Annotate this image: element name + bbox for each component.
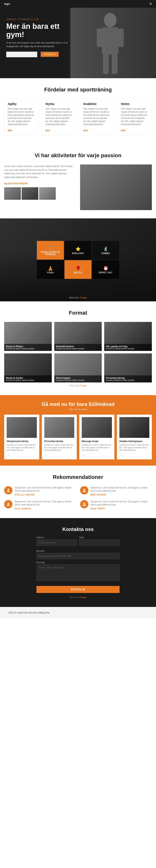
address-input[interactable]	[36, 539, 77, 546]
class-icon-3: 🧘	[48, 266, 53, 271]
join-card-title-0: Obegränsad träning	[7, 440, 37, 442]
class-card-2[interactable]: 🕺 ZUMBA	[92, 241, 119, 260]
benefit-link-2[interactable]: MER	[83, 129, 88, 132]
format-card-1[interactable]: Styrka/Evolution Ut anim et dolore minim…	[54, 322, 102, 351]
class-card-4[interactable]: 🥊 BAXTO	[64, 260, 92, 279]
submit-button[interactable]: SKICKA IN	[36, 586, 120, 593]
join-card-text-1: Sample text. Click to select the text bo…	[44, 444, 75, 452]
join-card-title-3: Snabba träningspass	[120, 440, 150, 442]
message-input[interactable]	[36, 564, 120, 581]
join-card-0: Obegränsad träning Sample text. Click to…	[4, 414, 39, 459]
class-card-0[interactable]: 🏋️ REGELBUNDLIG TRÄNING	[37, 241, 64, 260]
join-card-1: Personlig träning Sample text. Click to …	[42, 414, 77, 459]
form-row-1: Address State	[36, 536, 120, 548]
message-label: Message	[36, 561, 120, 563]
classes-container: 🏋️ REGELBUNDLIG TRÄNING ⭐ EXKLUSIV 🕺 ZUM…	[0, 218, 156, 301]
join-image-1	[44, 417, 75, 438]
benefit-text-2: Sem integer vius justo agit magna fermen…	[83, 107, 111, 126]
hero-outline-button[interactable]: SÅ HÄR FUNGERAR DET	[6, 52, 37, 57]
svg-rect-3	[119, 28, 124, 47]
hero-buttons: SÅ HÄR FUNGERAR DET GÅ MED NU	[6, 52, 69, 57]
hero-title: Mer än bara ett gym!	[6, 22, 69, 38]
rec-name-3: MIKE PERRY	[90, 507, 152, 510]
contact-caption-link[interactable]: Freepik	[80, 596, 86, 598]
format-label-3: Styrka & Cardio Ut anim et dolore minim …	[4, 375, 52, 382]
benefit-title-1: Styrka	[46, 102, 73, 105]
format-label-4: Hela kroppen Ut anim et dolore minim ven…	[54, 375, 102, 382]
classes-section: 🏋️ REGELBUNDLIG TRÄNING ⭐ EXKLUSIV 🕺 ZUM…	[0, 218, 156, 301]
hero-photo	[73, 8, 148, 78]
rec-item-0: Sample text. Click to select the text bo…	[4, 486, 76, 496]
hero-fill-button[interactable]: GÅ MED NU	[41, 52, 59, 57]
svg-point-6	[7, 489, 9, 490]
rec-item-1: Sample text. Click to select the text bo…	[80, 486, 152, 496]
join-arrow-3[interactable]: →	[120, 454, 122, 457]
form-group-phone: Medarge	[36, 550, 120, 559]
benefit-text-3: Sem integer vius justo agit magna fermen…	[121, 107, 149, 126]
rec-item-2: Sample text. Click to select the text bo…	[4, 500, 76, 510]
activities-text: Lorem ipsum dolor sit amet, consectetur …	[4, 164, 76, 179]
benefits-section: Fördelar med sportträning Agility Sem in…	[0, 78, 156, 144]
format-card-4[interactable]: Hela kroppen Ut anim et dolore minim ven…	[54, 353, 102, 382]
rec-avatar-2	[4, 500, 12, 508]
nav-menu-icon[interactable]: ≡	[150, 2, 152, 6]
format-caption: Bilder från Freepik	[4, 384, 152, 387]
format-caption-text: Bilder från	[70, 384, 79, 387]
format-caption-link[interactable]: Freepik	[80, 384, 86, 387]
class-label-4: BAXTO	[74, 271, 82, 274]
activity-main-image	[80, 164, 152, 210]
recommendations-section: Rekommendationer Sample text. Click to s…	[0, 466, 156, 518]
hero-content: CROSS FITNESS CLUB Mer än bara ett gym! …	[6, 18, 69, 57]
join-image-0	[7, 417, 37, 438]
nav-logo[interactable]: logo	[4, 2, 10, 5]
format-card-0[interactable]: Styrka & Pilates Ut anim et dolore minim…	[4, 322, 52, 351]
join-arrow-1[interactable]: →	[44, 454, 47, 457]
benefits-grid: Agility Sem integer vius justo agit magn…	[4, 99, 152, 136]
benefit-link-1[interactable]: MER	[46, 129, 50, 132]
format-image-3: Styrka & Cardio Ut anim et dolore minim …	[4, 353, 52, 382]
activities-link[interactable]: Bilder från Freepik	[4, 183, 28, 185]
svg-point-8	[7, 502, 9, 504]
join-title: Gå med nu för bara $10/månad	[4, 401, 152, 407]
join-image-3	[120, 417, 150, 438]
format-card-3[interactable]: Styrka & Cardio Ut anim et dolore minim …	[4, 353, 52, 382]
join-section: Gå med nu för bara $10/månad Mer info om…	[0, 395, 156, 466]
class-label-3: YOGA	[47, 271, 54, 274]
rec-avatar-0	[4, 486, 12, 494]
class-card-5[interactable]: ⏰ ÖPPET 24/7	[92, 260, 119, 279]
format-card-2[interactable]: Slå, sparka och flyg Ut anim et dolore m…	[104, 322, 152, 351]
edit-notice: Click to select the text box editing the	[0, 607, 156, 618]
join-card-text-0: Sample text. Click to select the text bo…	[7, 444, 37, 452]
phone-input[interactable]	[36, 553, 120, 559]
navbar: logo ≡	[0, 0, 156, 8]
activities-right	[80, 164, 152, 210]
rec-text-2: Sample text. Click to select the text bo…	[15, 500, 76, 506]
format-title: Format	[4, 310, 152, 316]
rec-content-1: Sample text. Click to select the text bo…	[90, 486, 152, 496]
join-subtitle: Mer info om detta	[4, 408, 152, 410]
benefit-link-0[interactable]: MER	[8, 129, 12, 132]
class-icon-1: ⭐	[76, 246, 81, 251]
join-arrow-2[interactable]: →	[82, 454, 85, 457]
benefit-title-3: Ström	[121, 102, 149, 105]
contact-caption-text: Bilder från	[70, 596, 79, 598]
class-card-1[interactable]: ⭐ EXKLUSIV	[64, 241, 92, 260]
classes-caption-link[interactable]: Freepik	[80, 297, 86, 299]
format-image-4: Hela kroppen Ut anim et dolore minim ven…	[54, 353, 102, 382]
form-group-message: Message	[36, 561, 120, 582]
activity-img-2	[22, 187, 38, 200]
benefit-text-1: Sem integer vius justo agit magna fermen…	[46, 107, 73, 126]
join-card-2: Massage terapi Sample text. Click to sel…	[79, 414, 114, 459]
format-label-1: Styrka/Evolution Ut anim et dolore minim…	[54, 344, 102, 351]
hero-subtitle: CROSS FITNESS CLUB	[6, 18, 69, 21]
join-arrow-0[interactable]: →	[7, 454, 9, 457]
classes-caption-text: Bilder från	[69, 297, 79, 299]
benefit-link-3[interactable]: MER	[121, 129, 126, 132]
rec-avatar-icon-3	[82, 502, 87, 507]
join-card-text-2: Sample text. Click to select the text bo…	[82, 444, 112, 452]
class-card-3[interactable]: 🧘 YOGA	[37, 260, 64, 279]
state-input[interactable]	[79, 539, 120, 546]
format-card-5[interactable]: Personlig träning Ut anim et dolore mini…	[104, 353, 152, 382]
contact-caption: Bilder från Freepik	[4, 596, 152, 598]
format-section: Format Styrka & Pilates Ut anim et dolor…	[0, 301, 156, 395]
